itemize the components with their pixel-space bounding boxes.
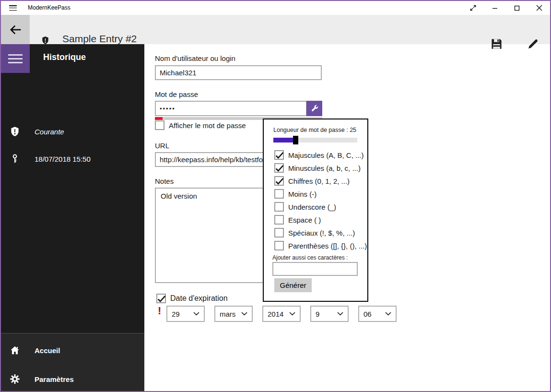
show-password-label: Afficher le mot de passe: [169, 121, 246, 130]
option-label: Espace ( ): [288, 216, 321, 224]
sidebar-item-history-entry[interactable]: 18/07/2018 15:50: [1, 149, 144, 168]
minute-value: 06: [363, 310, 372, 318]
chevron-down-icon: [193, 312, 199, 316]
option-uppercase-row[interactable]: Majuscules (A, B, C, ...): [274, 150, 364, 160]
password-length-slider[interactable]: [273, 138, 357, 143]
gear-icon: [10, 374, 20, 384]
chevron-down-icon: [241, 312, 247, 316]
minute-dropdown[interactable]: 06: [358, 306, 397, 322]
option-space-row[interactable]: Espace ( ): [274, 215, 321, 225]
option-checkbox: [274, 241, 284, 250]
option-label: Minuscules (a, b, c, ...): [288, 164, 361, 172]
month-dropdown[interactable]: mars: [214, 306, 253, 322]
option-label: Chiffres (0, 1, 2, ...): [288, 177, 350, 185]
entry-shield-icon: [41, 36, 49, 45]
back-arrow-icon: [9, 24, 22, 36]
sidebar-item-label: Courante: [35, 128, 64, 136]
fullscreen-button[interactable]: [462, 1, 484, 15]
fullscreen-icon: [469, 4, 477, 12]
sidebar-item-current[interactable]: Courante: [1, 122, 144, 141]
entry-title: Sample Entry #2: [62, 33, 137, 45]
slider-fill: [273, 138, 293, 143]
option-checkbox: [274, 176, 284, 186]
option-checkbox: [274, 189, 284, 199]
minimize-icon: [492, 5, 498, 11]
option-digits-row[interactable]: Chiffres (0, 1, 2, ...): [274, 176, 350, 186]
day-dropdown[interactable]: 29: [166, 306, 205, 322]
show-password-checkbox: [155, 120, 164, 130]
day-value: 29: [172, 310, 180, 318]
title-bar: ModernKeePass: [1, 1, 550, 15]
titlebar-hamburger-icon[interactable]: [9, 5, 17, 11]
shield-exclamation-icon: [10, 126, 20, 137]
edit-button[interactable]: [527, 37, 539, 52]
option-checkbox: [274, 150, 284, 160]
minimize-button[interactable]: [484, 1, 506, 15]
url-label: URL: [155, 142, 169, 150]
nav-hamburger-button[interactable]: [1, 44, 30, 73]
month-value: mars: [220, 310, 235, 318]
sidebar-item-settings[interactable]: Paramètres: [1, 369, 144, 389]
chevron-down-icon: [289, 312, 295, 316]
option-label: Parenthèses ([], {}, (), ...): [288, 242, 367, 250]
option-brackets-row[interactable]: Parenthèses ([], {}, (), ...): [274, 241, 367, 250]
password-strength-fill: [155, 117, 163, 120]
key-icon: [10, 154, 20, 164]
history-sidebar: Historique Courante 18/07/2018 15:50 Acc…: [1, 44, 144, 391]
generate-button[interactable]: Générer: [274, 278, 312, 292]
option-checkbox: [274, 163, 284, 173]
home-icon: [10, 345, 20, 356]
year-value: 2014: [268, 310, 283, 318]
expiration-checkbox-row[interactable]: Date d'expiration: [156, 294, 228, 303]
back-button[interactable]: [1, 15, 30, 44]
close-button[interactable]: [528, 1, 550, 15]
option-minus-row[interactable]: Moins (-): [274, 189, 317, 199]
expiration-label: Date d'expiration: [170, 294, 228, 303]
save-icon: [490, 37, 503, 50]
hour-value: 9: [316, 310, 319, 318]
password-generator-popup: Longueur de mot de passe : 25 Majuscules…: [263, 119, 368, 302]
option-underscore-row[interactable]: Underscore (_): [274, 202, 336, 212]
extra-chars-label: Ajouter aussi ces caractères :: [272, 254, 348, 261]
sidebar-heading: Historique: [43, 52, 86, 62]
show-password-checkbox-row[interactable]: Afficher le mot de passe: [155, 120, 246, 130]
option-checkbox: [274, 202, 284, 212]
option-checkbox: [274, 228, 284, 238]
pencil-icon: [527, 37, 539, 50]
window-controls: [462, 1, 550, 15]
option-label: Underscore (_): [288, 203, 336, 211]
slider-thumb[interactable]: [293, 136, 298, 144]
password-label: Mot de passe: [155, 90, 198, 98]
entry-header: Sample Entry #2 sample: [1, 15, 550, 44]
app-window: ModernKeePass Sample Entry #2 sample: [0, 0, 551, 392]
expiration-checkbox: [156, 294, 166, 303]
app-title: ModernKeePass: [28, 4, 70, 11]
maximize-button[interactable]: [506, 1, 528, 15]
notes-label: Notes: [155, 177, 174, 185]
option-special-row[interactable]: Spéciaux (!, $, %, ...): [274, 228, 355, 238]
option-label: Moins (-): [288, 190, 317, 198]
sidebar-item-label: Paramètres: [35, 375, 74, 383]
chevron-down-icon: [385, 312, 391, 316]
password-generator-button[interactable]: [306, 101, 322, 116]
sidebar-item-home[interactable]: Accueil: [1, 341, 144, 360]
expired-warning-icon: !: [158, 305, 161, 317]
password-input[interactable]: [155, 101, 307, 116]
hour-dropdown[interactable]: 9: [310, 306, 349, 322]
password-length-label: Longueur de mot de passe : 25: [273, 127, 356, 133]
maximize-icon: [514, 5, 520, 11]
wrench-icon: [310, 104, 319, 113]
option-checkbox: [274, 215, 284, 225]
extra-chars-input[interactable]: [272, 262, 358, 276]
sidebar-item-label: 18/07/2018 15:50: [35, 155, 91, 163]
username-input[interactable]: [155, 65, 322, 80]
chevron-down-icon: [337, 312, 343, 316]
save-button[interactable]: [490, 37, 503, 52]
option-lowercase-row[interactable]: Minuscules (a, b, c, ...): [274, 163, 361, 173]
username-label: Nom d'utilisateur ou login: [155, 54, 235, 62]
sidebar-item-label: Accueil: [35, 346, 60, 355]
year-dropdown[interactable]: 2014: [262, 306, 301, 322]
option-label: Spéciaux (!, $, %, ...): [288, 229, 355, 237]
close-icon: [536, 5, 542, 11]
sidebar-footer: Accueil Pa: [1, 333, 144, 391]
